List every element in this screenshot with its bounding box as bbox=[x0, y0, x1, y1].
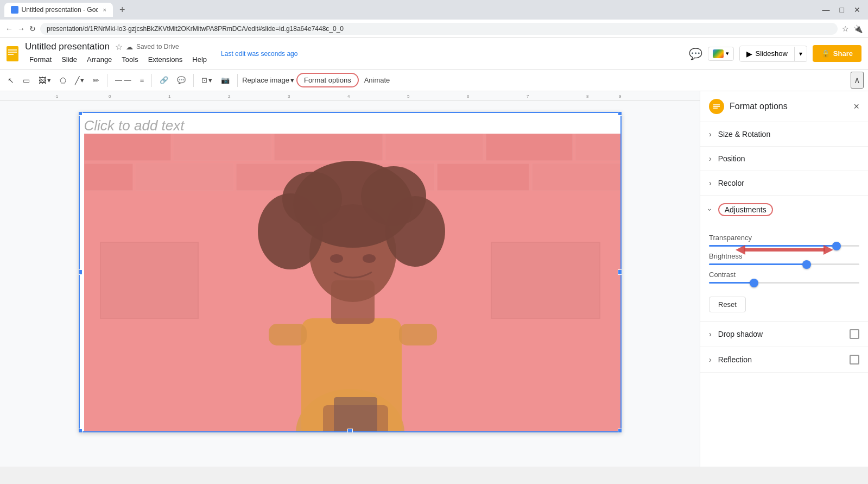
comment-icon[interactable]: 💬 bbox=[689, 47, 702, 60]
browser-chrome: Untitled presentation - Google S × + — □… bbox=[0, 0, 868, 20]
comment-button[interactable]: 💬 bbox=[174, 74, 189, 86]
back-btn[interactable]: ← bbox=[5, 24, 13, 33]
text-box-button[interactable]: ▭ bbox=[20, 74, 33, 87]
menu-arrange[interactable]: Arrange bbox=[83, 53, 116, 66]
brightness-label: Brightness bbox=[709, 252, 859, 260]
slide-canvas[interactable]: Click to add text bbox=[0, 101, 700, 467]
slides-topbar: Untitled presentation ☆ ☁ Saved to Drive… bbox=[0, 38, 868, 70]
tab-close-btn[interactable]: × bbox=[103, 7, 106, 13]
drop-shadow-chevron: › bbox=[709, 330, 712, 338]
recolor-section: › Recolor bbox=[700, 171, 868, 196]
maximize-btn[interactable]: □ bbox=[837, 4, 847, 15]
star-icon[interactable]: ☆ bbox=[115, 42, 123, 52]
pen-button[interactable]: ✏ bbox=[90, 74, 103, 87]
reflection-section[interactable]: › Reflection bbox=[700, 347, 868, 373]
menu-extensions[interactable]: Extensions bbox=[144, 53, 187, 66]
replace-dropdown-icon: ▾ bbox=[290, 76, 294, 84]
link-button[interactable]: 🔗 bbox=[156, 74, 172, 86]
contrast-thumb[interactable] bbox=[750, 279, 758, 287]
reflection-checkbox[interactable] bbox=[850, 355, 859, 364]
svg-rect-48 bbox=[84, 134, 622, 432]
transparency-fill bbox=[709, 245, 837, 247]
close-btn[interactable]: ✕ bbox=[851, 4, 864, 15]
position-header[interactable]: › Position bbox=[700, 147, 868, 171]
adjustments-header[interactable]: › Adjustments bbox=[700, 196, 868, 224]
position-chevron: › bbox=[709, 154, 712, 163]
contrast-fill bbox=[709, 282, 754, 284]
transparency-thumb[interactable] bbox=[832, 242, 841, 250]
line-style-button[interactable]: — — bbox=[112, 74, 135, 86]
slideshow-button[interactable]: ▶ Slideshow ▾ bbox=[739, 46, 807, 62]
animate-button[interactable]: Animate bbox=[361, 74, 394, 86]
menu-slide[interactable]: Slide bbox=[57, 53, 81, 66]
svg-text:1: 1 bbox=[168, 94, 171, 99]
svg-rect-4 bbox=[0, 91, 700, 101]
shapes-button[interactable]: ⬠ bbox=[56, 74, 69, 87]
lock-icon: 🔒 bbox=[821, 49, 830, 58]
brightness-thumb[interactable] bbox=[802, 260, 811, 269]
slideshow-main[interactable]: ▶ Slideshow bbox=[740, 46, 794, 61]
extensions-icon[interactable]: 🔌 bbox=[853, 24, 863, 33]
reset-button[interactable]: Reset bbox=[709, 297, 746, 312]
shape-icon: ⬠ bbox=[60, 76, 66, 85]
adjustments-title: Adjustments bbox=[718, 203, 773, 216]
doc-title[interactable]: Untitled presentation bbox=[25, 41, 110, 52]
address-input[interactable] bbox=[40, 23, 838, 35]
drop-shadow-checkbox[interactable] bbox=[850, 329, 859, 339]
slide-image-area[interactable] bbox=[84, 134, 622, 432]
toolbar: ↖ ▭ 🖼▾ ⬠ ╱▾ ✏ — — ≡ 🔗 💬 ⊡▾ 📷 Replace ima… bbox=[0, 70, 868, 91]
meet-chevron: ▾ bbox=[726, 50, 729, 57]
sep2 bbox=[151, 74, 152, 87]
address-bar: ← → ↻ ☆ 🔌 bbox=[0, 20, 868, 38]
svg-text:-1: -1 bbox=[54, 94, 59, 99]
share-label: Share bbox=[833, 49, 853, 58]
panel-close-button[interactable]: × bbox=[853, 101, 859, 112]
animate-label: Animate bbox=[364, 76, 390, 84]
crop-button[interactable]: ⊡▾ bbox=[198, 74, 216, 86]
slide-title-area[interactable]: Click to add text bbox=[84, 117, 616, 134]
share-button[interactable]: 🔒 Share bbox=[813, 45, 861, 62]
brightness-fill bbox=[709, 263, 807, 265]
adjustments-section: › Adjustments Transparency bbox=[700, 196, 868, 322]
undo-button[interactable]: ↖ bbox=[4, 74, 17, 87]
ordered-list-button[interactable]: ≡ bbox=[137, 74, 148, 86]
recolor-header[interactable]: › Recolor bbox=[700, 171, 868, 195]
browser-tab[interactable]: Untitled presentation - Google S × bbox=[4, 3, 113, 17]
brightness-slider-container bbox=[709, 263, 859, 265]
bookmark-icon[interactable]: ☆ bbox=[842, 24, 849, 33]
format-options-button[interactable]: Format options bbox=[296, 73, 359, 87]
canvas-area: -1 0 1 2 3 4 5 6 7 8 9 Click to bbox=[0, 91, 700, 467]
reflection-chevron: › bbox=[709, 355, 712, 364]
reflection-title: Reflection bbox=[718, 355, 752, 364]
replace-image-button[interactable]: Replace image ▾ bbox=[242, 76, 294, 84]
list-icon: ≡ bbox=[140, 76, 144, 84]
position-title: Position bbox=[718, 154, 745, 163]
menu-help[interactable]: Help bbox=[188, 53, 211, 66]
new-tab-button[interactable]: + bbox=[119, 4, 125, 16]
slide-background[interactable]: Click to add text bbox=[79, 112, 622, 432]
refresh-btn[interactable]: ↻ bbox=[29, 24, 36, 33]
collapse-toolbar-button[interactable]: ∧ bbox=[851, 72, 864, 89]
image-button[interactable]: 🖼▾ bbox=[35, 74, 54, 87]
menu-format[interactable]: Format bbox=[25, 53, 56, 66]
image-options-button[interactable]: 📷 bbox=[218, 74, 233, 86]
menu-tools[interactable]: Tools bbox=[117, 53, 142, 66]
svg-text:4: 4 bbox=[347, 94, 350, 99]
contrast-track bbox=[709, 282, 859, 284]
textbox-icon: ▭ bbox=[23, 76, 30, 85]
forward-btn[interactable]: → bbox=[17, 24, 25, 33]
svg-rect-1 bbox=[8, 49, 17, 51]
size-rotation-header[interactable]: › Size & Rotation bbox=[700, 122, 868, 146]
ruler-svg: -1 0 1 2 3 4 5 6 7 8 9 bbox=[0, 91, 700, 101]
handle-top-right bbox=[618, 112, 622, 116]
slideshow-dropdown[interactable]: ▾ bbox=[794, 47, 807, 61]
replace-image-label: Replace image bbox=[242, 76, 289, 84]
drop-shadow-section[interactable]: › Drop shadow bbox=[700, 322, 868, 347]
slides-logo bbox=[7, 46, 18, 61]
meet-button[interactable]: ▾ bbox=[708, 47, 734, 61]
line-button[interactable]: ╱▾ bbox=[72, 74, 87, 87]
minimize-btn[interactable]: — bbox=[819, 4, 833, 15]
handle-top-left bbox=[79, 112, 83, 116]
slideshow-play-icon: ▶ bbox=[746, 49, 752, 58]
contrast-slider-container bbox=[709, 282, 859, 284]
